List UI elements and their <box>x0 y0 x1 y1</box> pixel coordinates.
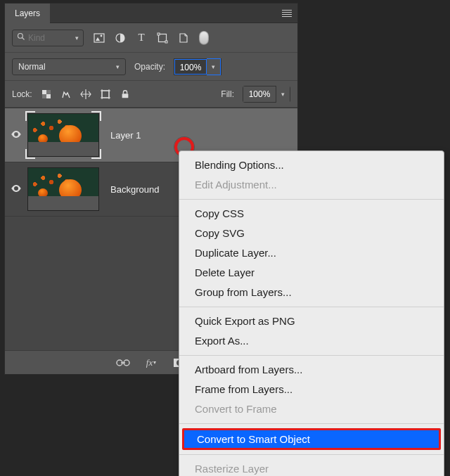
lock-all-icon[interactable] <box>120 89 131 100</box>
blend-mode-select[interactable]: Normal ▾ <box>12 58 126 75</box>
menu-item-edit-adjustment: Edit Adjustment... <box>179 175 444 195</box>
svg-rect-8 <box>165 41 167 43</box>
type-filter-icon[interactable]: T <box>136 32 147 44</box>
svg-point-0 <box>18 34 23 39</box>
menu-separator <box>179 307 444 307</box>
adjustment-filter-icon[interactable] <box>115 32 126 44</box>
fill-label: Fill: <box>221 89 234 99</box>
layer-name[interactable]: Background <box>101 184 159 195</box>
lock-pixels-icon[interactable] <box>60 89 72 100</box>
fill-value[interactable]: 100% <box>243 86 276 102</box>
blend-mode-value: Normal <box>18 62 46 72</box>
menu-separator <box>179 199 444 200</box>
layer-thumbnail[interactable] <box>27 167 99 211</box>
svg-rect-18 <box>122 94 128 98</box>
filter-input[interactable] <box>28 33 72 43</box>
lock-artboard-icon[interactable] <box>100 89 111 100</box>
menu-item-quick-export-png[interactable]: Quick Export as PNG <box>179 311 444 331</box>
opacity-input[interactable]: 100% ▾ <box>174 58 221 75</box>
lock-position-icon[interactable] <box>80 89 91 100</box>
svg-rect-9 <box>42 90 46 94</box>
panel-tabbar: Layers <box>5 4 297 23</box>
layer-type-filters: T <box>91 31 290 45</box>
menu-item-artboard-from-layers[interactable]: Artboard from Layers... <box>179 360 444 380</box>
chevron-down-icon: ▾ <box>75 34 79 41</box>
menu-item-frame-from-layers[interactable]: Frame from Layers... <box>179 380 444 399</box>
svg-rect-11 <box>46 90 51 94</box>
lock-label: Lock: <box>12 89 32 99</box>
smartobject-filter-icon[interactable] <box>178 32 189 44</box>
svg-marker-3 <box>96 37 100 41</box>
menu-item-blending-options[interactable]: Blending Options... <box>179 155 444 175</box>
search-icon <box>17 32 25 43</box>
lock-row: Lock: Fill: 100% ▾ <box>5 81 297 108</box>
svg-rect-13 <box>102 91 109 98</box>
svg-rect-10 <box>46 94 51 98</box>
fill-input[interactable]: 100% ▾ <box>243 86 290 103</box>
layer-thumbnail[interactable] <box>27 113 99 157</box>
svg-line-1 <box>22 38 25 40</box>
svg-point-19 <box>15 133 18 135</box>
opacity-label: Opacity: <box>134 62 165 72</box>
lock-transparency-icon[interactable] <box>41 89 52 100</box>
pixel-filter-icon[interactable] <box>94 32 105 44</box>
opacity-stepper[interactable]: ▾ <box>207 58 221 75</box>
filter-kind-select[interactable]: ▾ <box>12 30 84 46</box>
menu-separator <box>179 355 444 356</box>
chevron-down-icon: ▾ <box>116 63 120 70</box>
menu-item-duplicate-layer[interactable]: Duplicate Layer... <box>179 243 444 263</box>
opacity-value[interactable]: 100% <box>174 59 207 75</box>
menu-item-convert-to-frame: Convert to Frame <box>179 399 444 419</box>
menu-item-delete-layer[interactable]: Delete Layer <box>179 263 444 283</box>
fill-stepper[interactable]: ▾ <box>276 86 290 103</box>
menu-item-group-from-layers[interactable]: Group from Layers... <box>179 283 444 302</box>
layer-context-menu: Blending Options... Edit Adjustment... C… <box>179 150 444 476</box>
menu-item-copy-svg[interactable]: Copy SVG <box>179 224 444 243</box>
tab-layers[interactable]: Layers <box>5 4 50 23</box>
menu-separator <box>179 454 444 455</box>
link-layers-icon[interactable] <box>116 356 130 370</box>
svg-point-20 <box>15 187 18 189</box>
menu-item-export-as[interactable]: Export As... <box>179 331 444 351</box>
menu-separator <box>179 423 444 424</box>
visibility-toggle[interactable] <box>11 183 22 196</box>
menu-icon <box>282 10 292 17</box>
layer-style-button[interactable]: fx▾ <box>144 356 158 370</box>
filter-row: ▾ T <box>5 23 297 53</box>
menu-item-copy-css[interactable]: Copy CSS <box>179 204 444 224</box>
shape-filter-icon[interactable] <box>157 32 168 44</box>
filter-toggle[interactable] <box>199 31 209 45</box>
menu-item-rasterize-layer: Rasterize Layer <box>179 459 444 476</box>
svg-rect-12 <box>42 94 46 98</box>
visibility-toggle[interactable] <box>11 129 22 142</box>
layer-name[interactable]: Layer 1 <box>101 130 141 141</box>
svg-point-4 <box>101 34 103 37</box>
svg-rect-2 <box>94 34 104 42</box>
menu-item-convert-to-smart-object[interactable]: Convert to Smart Object <box>182 428 441 450</box>
blend-row: Normal ▾ Opacity: 100% ▾ <box>5 53 297 81</box>
svg-rect-7 <box>158 33 160 35</box>
panel-menu-button[interactable] <box>276 4 297 23</box>
